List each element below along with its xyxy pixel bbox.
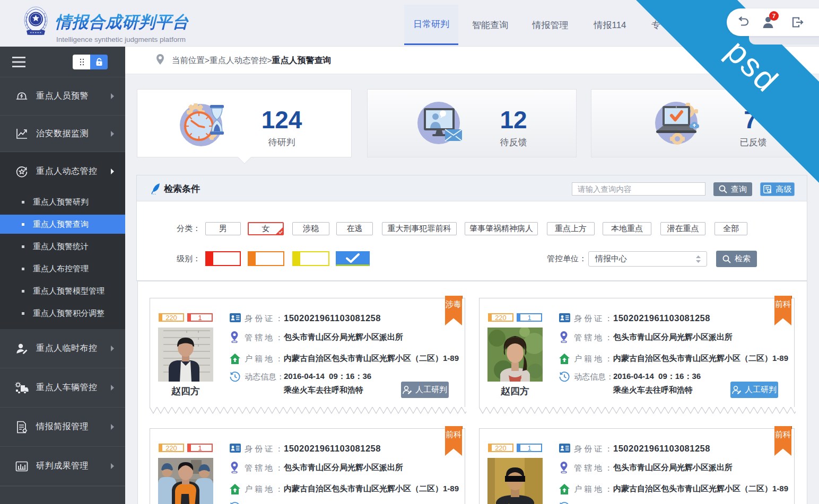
unit-select[interactable]: 情报中心 xyxy=(588,251,707,267)
household-home-icon xyxy=(230,484,240,494)
manual-judge-button[interactable]: 人工研判 xyxy=(730,382,778,398)
hamburger-menu-button[interactable] xyxy=(12,56,25,70)
sidebar-subitem-label: 重点人预警统计 xyxy=(33,242,89,252)
stat-label: 已反馈 xyxy=(740,136,767,148)
logout-button[interactable] xyxy=(791,16,804,28)
alert-count-badge: 1 xyxy=(517,313,542,322)
nav-tab[interactable]: 情报管理 xyxy=(523,5,578,45)
user-button[interactable]: 7 xyxy=(762,16,776,29)
jurisdiction-pin-icon xyxy=(230,462,239,473)
sidebar-top xyxy=(0,47,125,77)
household-row: 户 籍 地 ： 内蒙古自治区包头市青山区光辉小区（二区）1-89 xyxy=(230,353,459,365)
jurisdiction-row: 管 辖 地 ： 包头市青山区分局光辉小区派出所 xyxy=(559,332,789,344)
nav-tab[interactable]: 情报114 xyxy=(583,5,637,45)
level-color-bar xyxy=(206,252,213,265)
activity-row xyxy=(559,502,789,504)
advanced-search-icon xyxy=(763,185,772,193)
sidebar-subitem[interactable]: 重点人布控管理 xyxy=(0,258,125,280)
sidebar-item-label: 治安数据监测 xyxy=(36,128,89,139)
sidebar: 重点人员预警 治安数据监测 重点人动态管控 重点人预警研判 重点人预警查询 重点… xyxy=(0,47,125,504)
undo-icon xyxy=(736,16,750,28)
bullet-icon xyxy=(22,290,24,293)
row-icon xyxy=(230,353,240,366)
nav-tab[interactable]: 智能查询 xyxy=(463,5,517,45)
sidebar-subitem[interactable]: 重点人预警统计 xyxy=(0,235,125,258)
row-icon xyxy=(559,372,570,384)
row-icon xyxy=(230,331,239,345)
row-icon xyxy=(559,331,569,345)
level-filter-button-checked[interactable] xyxy=(336,251,370,266)
level-filter-button[interactable] xyxy=(248,251,284,266)
button-label: 高级 xyxy=(776,184,792,194)
manual-judge-button[interactable]: 人工研判 xyxy=(401,382,449,398)
household-row: 户 籍 地 ： 内蒙古自治区包头市青山区光辉小区（二区）1-89 xyxy=(559,484,789,496)
row-label: 身 份 证 ： xyxy=(574,444,613,454)
sidebar-item[interactable]: 重点人临时布控 xyxy=(0,329,125,368)
sidebar-item[interactable]: 治安数据监测 xyxy=(0,116,125,152)
id-card-icon xyxy=(559,444,570,453)
level-filter-button[interactable] xyxy=(205,251,241,266)
search-button[interactable]: 检索 xyxy=(716,251,757,267)
row-icon xyxy=(559,502,570,504)
category-label-text: 肇事肇祸精神病人 xyxy=(469,224,533,233)
activity-clock-icon xyxy=(230,502,240,504)
person-photo xyxy=(158,458,213,504)
sidebar-item[interactable]: 重点人车辆管控 xyxy=(0,368,125,408)
category-filter-button[interactable]: 男 xyxy=(205,222,241,235)
sidebar-item[interactable]: 重点人员预警 xyxy=(0,77,125,116)
category-filter-button[interactable]: 重大刑事犯罪前科 xyxy=(382,222,457,235)
category-filter-button[interactable]: 女 xyxy=(248,222,284,235)
stat-card[interactable]: 124 待研判 xyxy=(137,89,352,157)
sidebar-subitem[interactable]: 重点人预警研判 xyxy=(0,191,125,213)
chevron-right-icon xyxy=(110,385,114,391)
jurisdiction-pin-icon xyxy=(559,462,569,473)
chevron-right-icon xyxy=(110,424,114,430)
breadcrumb-current: 重点人预警查询 xyxy=(272,56,332,65)
category-filter-button[interactable]: 肇事肇祸精神病人 xyxy=(465,222,538,235)
sidebar-item[interactable]: 研判成果管理 xyxy=(0,447,125,486)
header-toolbar: 7 xyxy=(727,8,819,36)
level-filter-button[interactable] xyxy=(292,251,329,266)
row-label: 身 份 证 ： xyxy=(245,314,283,324)
search-input[interactable] xyxy=(572,182,705,196)
person-card: 前科 220 1 赵四方 身 份 证 ： 1502021961103081258… xyxy=(479,298,795,407)
sidebar-subitem[interactable]: 重点人预警模型管理 xyxy=(0,280,125,302)
row-icon xyxy=(559,484,570,497)
select-value: 情报中心 xyxy=(595,254,627,264)
sidebar-item-expanded[interactable]: 重点人动态管控 xyxy=(0,152,125,191)
row-value: 内蒙古自治区包头市青山区光辉小区（二区）1-89 xyxy=(284,353,459,364)
sidebar-item[interactable]: 情报简报管理 xyxy=(0,408,125,447)
alert-count-value: 1 xyxy=(198,444,202,452)
person-card: 涉毒 220 1 赵四方 身 份 证 ： 1502021961103081258… xyxy=(150,298,465,407)
laptop-check-icon xyxy=(650,99,703,147)
category-filter-button[interactable]: 重点上方 xyxy=(547,222,595,235)
lock-icon xyxy=(95,58,103,66)
sidebar-subitem[interactable]: 重点人预警积分调整 xyxy=(0,302,125,324)
id-row: 身 份 证 ： 1502021961103081258 xyxy=(230,444,459,455)
nav-tab[interactable]: 日常研判 xyxy=(404,5,458,45)
query-button[interactable]: 查询 xyxy=(713,182,752,196)
advanced-button[interactable]: 高级 xyxy=(760,182,795,196)
score-badge: 220 xyxy=(159,313,184,322)
sidebar-pin-toggle[interactable] xyxy=(73,55,108,69)
select-arrows-icon xyxy=(695,255,701,263)
badge-color-bar xyxy=(160,314,162,321)
household-home-icon xyxy=(559,353,570,364)
sidebar-subitem[interactable]: 重点人预警查询 xyxy=(0,215,125,234)
alert-count-badge: 1 xyxy=(517,444,542,452)
person-card: 前科 220 1 身 份 证 ： 1502021961103081258 管 辖… xyxy=(150,428,465,504)
category-filter-button[interactable]: 潜在重点 xyxy=(660,222,705,235)
activity-clock-icon xyxy=(559,502,570,504)
category-filter-button[interactable]: 本地重点 xyxy=(603,222,651,235)
id-card-icon xyxy=(230,313,241,322)
zigzag-edge xyxy=(150,407,466,414)
score-value: 220 xyxy=(495,444,507,452)
category-filter-button[interactable]: 全部 xyxy=(715,222,747,235)
category-filter-button[interactable]: 涉稳 xyxy=(292,222,329,235)
zigzag-edge xyxy=(479,407,796,414)
category-filter-button[interactable]: 在逃 xyxy=(336,222,373,235)
jurisdiction-row: 管 辖 地 ： 包头市青山区分局光辉小区派出所 xyxy=(559,463,789,474)
row-label: 管 辖 地 ： xyxy=(245,333,283,343)
undo-button[interactable] xyxy=(736,16,750,28)
stat-card[interactable]: 12 待反馈 xyxy=(367,89,577,157)
